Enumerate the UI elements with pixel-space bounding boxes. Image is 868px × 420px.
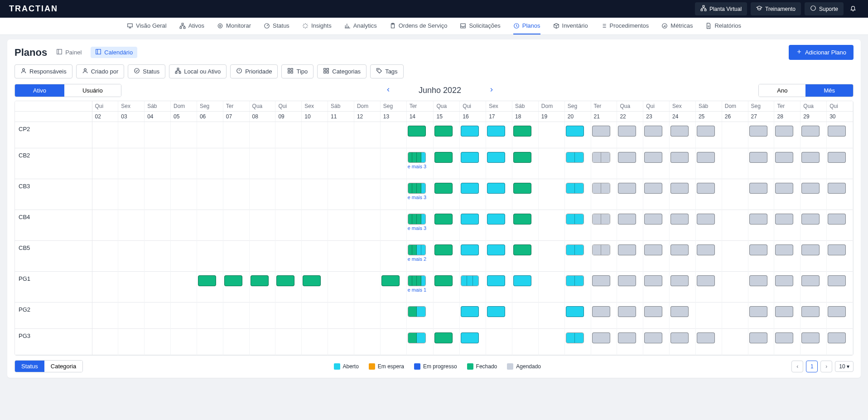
calendar-scroll[interactable]: QuiSexSábDomSegTerQuaQuiSexSábDomSegTerQ…	[14, 101, 854, 356]
plan-cell[interactable]	[408, 126, 426, 137]
nav-item-planos[interactable]: Planos	[513, 18, 540, 34]
plan-cell[interactable]	[618, 306, 636, 317]
plan-cell[interactable]	[670, 306, 689, 317]
page-prev-button[interactable]: ‹	[791, 361, 803, 372]
plan-cell[interactable]	[775, 332, 793, 343]
nav-item-procedimentos[interactable]: Procedimentos	[601, 18, 649, 34]
plan-cell[interactable]	[749, 306, 767, 317]
virtual-plant-button[interactable]: Planta Virtual	[695, 2, 747, 15]
plan-cell[interactable]	[801, 126, 820, 137]
plan-cell[interactable]	[434, 214, 453, 225]
plan-cell[interactable]	[224, 275, 242, 286]
plan-cell[interactable]	[487, 183, 505, 194]
plan-cell[interactable]	[670, 275, 689, 286]
plan-cell[interactable]	[697, 275, 715, 286]
nav-item-visão-geral[interactable]: Visão Geral	[127, 18, 167, 34]
plan-cell[interactable]	[828, 306, 846, 317]
nav-item-métricas[interactable]: Métricas	[661, 18, 693, 34]
plan-cell[interactable]	[670, 126, 689, 137]
plan-cell[interactable]	[434, 183, 453, 194]
plan-cell[interactable]	[644, 214, 662, 225]
plan-cell[interactable]	[775, 244, 793, 255]
plan-cell-split[interactable]	[592, 214, 610, 225]
plan-cell-split[interactable]	[566, 332, 584, 343]
nav-item-inventário[interactable]: Inventário	[553, 18, 588, 34]
plan-cell[interactable]	[644, 275, 662, 286]
plan-cell[interactable]	[461, 152, 479, 163]
plan-cell[interactable]	[618, 214, 636, 225]
plan-cell[interactable]	[461, 183, 479, 194]
nav-item-monitorar[interactable]: Monitorar	[217, 18, 251, 34]
plan-cell[interactable]	[801, 306, 820, 317]
filter-responsáveis-button[interactable]: Responsáveis	[14, 64, 72, 78]
plan-cell[interactable]	[749, 214, 767, 225]
plan-cell[interactable]	[513, 152, 531, 163]
plan-cell[interactable]	[801, 183, 820, 194]
plan-cell[interactable]	[644, 152, 662, 163]
plan-cell[interactable]	[434, 152, 453, 163]
view-calendar-button[interactable]: Calendário	[91, 47, 137, 58]
plan-cell[interactable]	[828, 152, 846, 163]
plan-cell-split[interactable]	[408, 183, 426, 194]
plan-cell[interactable]	[775, 214, 793, 225]
add-plan-button[interactable]: Adicionar Plano	[789, 45, 854, 60]
plan-cell[interactable]	[749, 152, 767, 163]
plan-cell[interactable]	[670, 332, 689, 343]
plan-cell[interactable]	[828, 214, 846, 225]
plan-cell[interactable]	[434, 244, 453, 255]
plan-cell[interactable]	[566, 306, 584, 317]
more-link[interactable]: e mais 3	[408, 164, 433, 169]
plan-cell[interactable]	[828, 332, 846, 343]
plan-cell[interactable]	[618, 126, 636, 137]
plan-cell[interactable]	[775, 306, 793, 317]
plan-cell[interactable]	[618, 244, 636, 255]
plan-cell[interactable]	[251, 275, 269, 286]
plan-cell[interactable]	[749, 183, 767, 194]
plan-cell[interactable]	[670, 152, 689, 163]
plan-cell[interactable]	[775, 152, 793, 163]
plan-cell[interactable]	[434, 332, 453, 343]
more-link[interactable]: e mais 3	[408, 195, 433, 200]
footer-status-button[interactable]: Status	[15, 361, 44, 372]
plan-cell-split[interactable]	[461, 275, 479, 286]
plan-cell[interactable]	[697, 152, 715, 163]
plan-cell[interactable]	[644, 306, 662, 317]
plan-cell[interactable]	[801, 214, 820, 225]
plan-cell[interactable]	[644, 183, 662, 194]
plan-cell[interactable]	[697, 214, 715, 225]
plan-cell[interactable]	[513, 244, 531, 255]
plan-cell[interactable]	[434, 275, 453, 286]
plan-cell[interactable]	[461, 126, 479, 137]
filter-status-button[interactable]: Status	[128, 64, 165, 78]
plan-cell[interactable]	[775, 275, 793, 286]
nav-item-relatórios[interactable]: Relatórios	[705, 18, 741, 34]
plan-cell[interactable]	[828, 126, 846, 137]
page-next-button[interactable]: ›	[820, 361, 832, 372]
plan-cell[interactable]	[618, 332, 636, 343]
plan-cell-split[interactable]	[408, 214, 426, 225]
plan-cell[interactable]	[644, 332, 662, 343]
plan-cell[interactable]	[670, 183, 689, 194]
plan-cell[interactable]	[461, 306, 479, 317]
page-size-select[interactable]: 10 ▾	[835, 361, 854, 372]
plan-cell[interactable]	[618, 275, 636, 286]
plan-cell-split[interactable]	[566, 275, 584, 286]
nav-item-analytics[interactable]: Analytics	[344, 18, 377, 34]
plan-cell[interactable]	[697, 244, 715, 255]
plan-cell[interactable]	[487, 244, 505, 255]
plan-cell-split[interactable]	[408, 244, 426, 255]
plan-cell[interactable]	[697, 183, 715, 194]
filter-criado-por-button[interactable]: Criado por	[76, 64, 125, 78]
plan-cell[interactable]	[749, 332, 767, 343]
plan-cell[interactable]	[749, 126, 767, 137]
filter-local-ou-ativo-button[interactable]: Local ou Ativo	[169, 64, 227, 78]
plan-cell[interactable]	[592, 332, 610, 343]
next-month-button[interactable]	[488, 87, 495, 95]
plan-cell[interactable]	[697, 332, 715, 343]
training-button[interactable]: Treinamento	[751, 2, 801, 15]
plan-cell[interactable]	[697, 126, 715, 137]
plan-cell[interactable]	[487, 126, 505, 137]
segment-month-button[interactable]: Mês	[805, 84, 853, 97]
plan-cell[interactable]	[487, 275, 505, 286]
plan-cell[interactable]	[828, 183, 846, 194]
